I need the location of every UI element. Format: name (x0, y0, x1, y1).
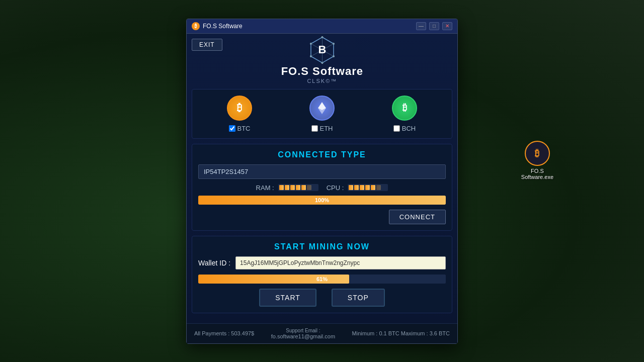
mining-progress-container: 61% (198, 275, 446, 284)
bch-checkbox-label[interactable]: BCH (393, 125, 416, 132)
connect-btn-row: CONNECT (198, 210, 446, 224)
desktop-icon[interactable]: ₿ FO.S Software.exe (521, 141, 553, 180)
currency-item-bch: ₿ BCH (392, 96, 417, 132)
cpu-seg2 (354, 185, 359, 190)
footer-support-label: Support Email : (271, 328, 335, 333)
ram-seg3 (290, 185, 295, 190)
app-name: FO.S Software (281, 65, 363, 78)
resource-row: RAM : CPU : (198, 184, 446, 192)
footer-minmax: Minimum : 0.1 BTC Maximum : 3.6 BTC (352, 330, 450, 336)
header-section: EXIT (192, 39, 452, 84)
maximize-button[interactable]: □ (429, 22, 439, 30)
btc-symbol: ₿ (237, 102, 242, 114)
footer-email-section: Support Email : fo.software11@gmail.com (271, 328, 335, 339)
mining-title: START MINING NOW (198, 242, 446, 251)
minimize-button[interactable]: — (416, 22, 426, 30)
wallet-row: Wallet ID : (198, 256, 446, 269)
footer-payments: All Payments : 503.497$ (194, 330, 254, 336)
connect-progress-label: 100% (315, 197, 329, 203)
desktop-icon-image: ₿ (525, 141, 550, 166)
title-bar: ₿ FO.S Software — □ ✕ (187, 19, 457, 34)
cpu-seg4 (365, 185, 370, 190)
connected-type-title: CONNECTED TYPE (198, 150, 446, 159)
cpu-bar (348, 184, 388, 191)
ram-seg4 (296, 185, 300, 190)
connect-progress-container: 100% (198, 196, 446, 205)
title-bar-title: FO.S Software (203, 23, 243, 30)
coin-btc: ₿ (227, 96, 252, 121)
eth-checkbox[interactable] (311, 125, 318, 132)
bch-checkbox[interactable] (393, 125, 400, 132)
ram-seg5 (301, 185, 306, 190)
ram-bar (278, 184, 318, 191)
btc-label: BTC (237, 125, 251, 132)
stop-button[interactable]: STOP (332, 289, 385, 307)
title-bar-controls: — □ ✕ (416, 22, 452, 30)
connected-section: CONNECTED TYPE RAM : CPU : (192, 144, 452, 231)
coin-bch: ₿ (392, 96, 417, 121)
mining-section: START MINING NOW Wallet ID : 61% START S… (192, 236, 452, 313)
coin-eth (309, 96, 335, 121)
eth-label: ETH (320, 125, 333, 132)
footer: All Payments : 503.497$ Support Email : … (187, 323, 457, 343)
cpu-seg1 (349, 185, 353, 190)
bch-label: BCH (402, 125, 416, 132)
close-button[interactable]: ✕ (442, 22, 452, 30)
eth-checkbox-label[interactable]: ETH (311, 125, 333, 132)
wallet-input[interactable] (235, 256, 446, 269)
ram-seg6 (307, 185, 311, 190)
mining-buttons: START STOP (198, 289, 446, 307)
desktop-icon-label: FO.S Software.exe (521, 168, 553, 180)
currency-item-btc: ₿ BTC (227, 96, 252, 132)
desktop-bitcoin-icon: ₿ (535, 148, 539, 159)
logo-b-letter: B (318, 43, 326, 56)
ram-seg1 (279, 185, 284, 190)
ram-seg2 (285, 185, 289, 190)
ram-label: RAM : (256, 184, 274, 192)
mining-progress-label: 61% (316, 276, 328, 282)
logo-area: B FO.S Software CLSK©™ (222, 36, 422, 84)
start-button[interactable]: START (259, 289, 316, 307)
window-body: EXIT (187, 34, 457, 323)
cpu-seg6 (376, 185, 381, 190)
eth-svg-icon (315, 101, 329, 115)
logo-hex: B (308, 36, 336, 64)
connect-button[interactable]: CONNECT (389, 210, 446, 224)
cpu-seg3 (360, 185, 364, 190)
currency-section: ₿ BTC ETH (192, 89, 452, 139)
wallet-label: Wallet ID : (198, 259, 230, 267)
main-window: ₿ FO.S Software — □ ✕ EXIT (186, 19, 458, 344)
footer-email: fo.software11@gmail.com (271, 333, 335, 339)
app-tagline: CLSK©™ (307, 78, 337, 84)
title-bar-icon: ₿ (192, 22, 200, 30)
cpu-seg5 (371, 185, 375, 190)
btc-checkbox-label[interactable]: BTC (229, 125, 251, 132)
currency-item-eth: ETH (309, 96, 335, 132)
ram-item: RAM : (256, 184, 318, 192)
exit-button[interactable]: EXIT (192, 39, 222, 51)
ip-input[interactable] (198, 164, 446, 179)
bch-symbol: ₿ (403, 103, 407, 113)
cpu-item: CPU : (327, 184, 388, 192)
btc-checkbox[interactable] (229, 125, 235, 132)
title-bar-left: ₿ FO.S Software (192, 22, 243, 30)
cpu-label: CPU : (327, 184, 344, 192)
